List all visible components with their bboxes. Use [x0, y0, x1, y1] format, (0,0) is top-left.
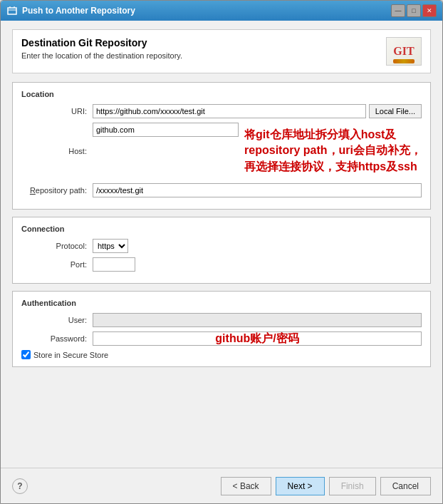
connection-section-title: Connection [21, 225, 422, 233]
svg-rect-0 [8, 8, 16, 14]
uri-label: URI: [21, 107, 93, 115]
repo-path-row: Repository path: [21, 183, 422, 197]
host-input[interactable] [93, 123, 239, 137]
user-input[interactable] [93, 313, 422, 327]
repo-path-label: Repository path: [21, 186, 93, 195]
back-button[interactable]: < Back [221, 477, 271, 495]
window-title: Push to Another Repository [22, 6, 391, 16]
location-section-title: Location [21, 90, 422, 98]
git-logo: GIT [386, 37, 422, 66]
help-button[interactable]: ? [12, 478, 28, 494]
repo-path-input[interactable] [93, 183, 422, 197]
minimize-button[interactable]: — [391, 4, 405, 17]
protocol-select[interactable]: https ssh [93, 239, 128, 253]
footer-left: ? [12, 478, 28, 494]
finish-button[interactable]: Finish [329, 477, 376, 495]
secure-store-label: Store in Secure Store [33, 351, 108, 359]
secure-store-checkbox[interactable] [21, 350, 31, 359]
connection-section: Connection Protocol: https ssh Port: [12, 217, 431, 284]
window-icon [6, 5, 18, 16]
footer: ? < Back Next > Finish Cancel [1, 468, 442, 503]
password-row: Password: github账户/密码 [21, 331, 422, 346]
page-header: Destination Git Repository Enter the loc… [12, 29, 431, 73]
port-input[interactable] [93, 257, 135, 272]
port-label: Port: [21, 260, 93, 269]
close-button[interactable]: ✕ [422, 4, 437, 17]
user-label: User: [21, 316, 93, 324]
authentication-section: Authentication User: Password: github账户/… [12, 291, 431, 367]
cancel-button[interactable]: Cancel [380, 477, 431, 495]
host-row: Host: 将git仓库地址拆分填入host及repository path，u… [21, 123, 422, 179]
content-area: Destination Git Repository Enter the loc… [1, 21, 442, 468]
next-button[interactable]: Next > [276, 477, 325, 495]
page-title: Destination Git Repository [21, 37, 182, 48]
uri-input-group: Local File... [93, 104, 422, 118]
protocol-label: Protocol: [21, 242, 93, 250]
title-bar: Push to Another Repository — □ ✕ [1, 1, 442, 21]
location-section: Location URI: Local File... Host: 将git仓库… [12, 82, 431, 210]
uri-input[interactable] [93, 104, 366, 118]
user-row: User: [21, 313, 422, 327]
annotation-text: 将git仓库地址拆分填入host及repository path，uri会自动补… [244, 123, 422, 179]
password-hint: github账户/密码 [93, 331, 421, 346]
header-text: Destination Git Repository Enter the loc… [21, 37, 182, 60]
secure-store-row: Store in Secure Store [21, 350, 422, 359]
port-row: Port: [21, 257, 422, 272]
host-label: Host: [21, 147, 93, 155]
local-file-button[interactable]: Local File... [369, 104, 422, 118]
page-subtitle: Enter the location of the destination re… [21, 51, 182, 60]
footer-right: < Back Next > Finish Cancel [221, 477, 431, 495]
maximize-button[interactable]: □ [407, 4, 421, 17]
protocol-row: Protocol: https ssh [21, 239, 422, 253]
password-label: Password: [21, 334, 93, 343]
main-window: Push to Another Repository — □ ✕ Destina… [0, 0, 443, 504]
uri-row: URI: Local File... [21, 104, 422, 118]
window-controls: — □ ✕ [391, 4, 437, 17]
auth-section-title: Authentication [21, 299, 422, 307]
